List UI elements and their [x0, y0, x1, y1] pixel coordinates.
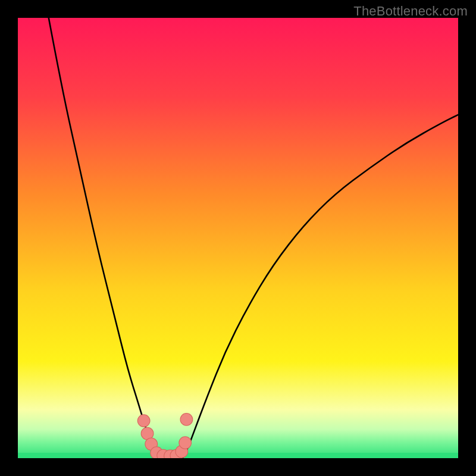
- trough-marker: [179, 437, 192, 449]
- trough-marker: [137, 415, 150, 427]
- watermark-text: TheBottleneck.com: [353, 4, 468, 19]
- chart-frame: TheBottleneck.com: [0, 0, 476, 476]
- trough-marker: [180, 414, 193, 426]
- gradient-background: [18, 18, 458, 458]
- chart-svg: [18, 18, 458, 458]
- bottom-green-band: [18, 453, 458, 458]
- plot-area: [18, 18, 458, 458]
